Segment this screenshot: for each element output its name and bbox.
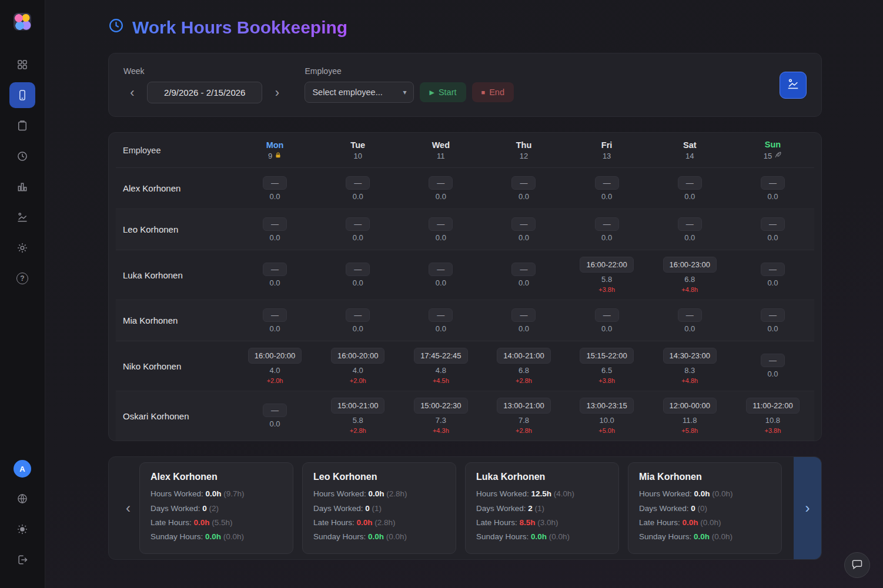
time-range-chip[interactable]: 15:00-22:30 bbox=[414, 398, 467, 414]
day-cell: 16:00-22:005.8+3.8h bbox=[566, 257, 648, 293]
empty-shift-chip[interactable]: — bbox=[678, 308, 702, 322]
sidebar: ? A bbox=[0, 0, 45, 588]
empty-shift-chip[interactable]: — bbox=[429, 308, 453, 322]
week-range-value[interactable]: 2/9/2026 - 2/15/2026 bbox=[147, 82, 262, 103]
start-button[interactable]: ▶ Start bbox=[420, 82, 466, 102]
empty-shift-chip[interactable]: — bbox=[346, 176, 370, 190]
stat-paren-value: (0) bbox=[695, 504, 707, 513]
sidebar-item-trends[interactable] bbox=[9, 204, 35, 230]
play-icon: ▶ bbox=[429, 89, 434, 96]
sidebar-item-dashboard[interactable] bbox=[9, 52, 35, 78]
trends-shortcut-button[interactable] bbox=[780, 72, 807, 99]
empty-shift-chip[interactable]: — bbox=[761, 308, 785, 322]
empty-shift-chip[interactable]: — bbox=[346, 263, 370, 276]
stat-value: 0.0h bbox=[369, 489, 384, 498]
empty-shift-chip[interactable]: — bbox=[263, 308, 287, 322]
empty-shift-chip[interactable]: — bbox=[429, 217, 453, 231]
stat-label: Days Worked: bbox=[639, 504, 691, 513]
stat-value: 0.0h bbox=[206, 489, 222, 498]
summary-card: Alex KorhonenHours Worked: 0.0h (9.7h)Da… bbox=[139, 462, 293, 553]
time-range-chip[interactable]: 14:30-23:00 bbox=[663, 348, 717, 364]
hours-value: 5.8 bbox=[601, 275, 612, 284]
sidebar-item-schedule[interactable] bbox=[9, 113, 35, 139]
day-date-number: 12 bbox=[520, 152, 528, 160]
time-range-chip[interactable]: 13:00-21:00 bbox=[497, 398, 550, 414]
empty-shift-chip[interactable]: — bbox=[761, 176, 785, 190]
empty-shift-chip[interactable]: — bbox=[511, 263, 536, 276]
stop-icon: ■ bbox=[481, 89, 486, 96]
end-button[interactable]: ■ End bbox=[472, 82, 514, 102]
sidebar-item-logout[interactable] bbox=[9, 547, 35, 573]
empty-shift-chip[interactable]: — bbox=[511, 308, 536, 322]
empty-shift-chip[interactable]: — bbox=[761, 354, 785, 367]
empty-shift-chip[interactable]: — bbox=[346, 217, 370, 231]
hours-value: 6.5 bbox=[601, 366, 612, 375]
summary-stat-line: Days Worked: 0 (0) bbox=[639, 502, 771, 516]
sidebar-item-theme[interactable] bbox=[9, 516, 35, 542]
sidebar-item-work-hours[interactable] bbox=[9, 143, 35, 169]
stat-label: Late Hours: bbox=[150, 518, 194, 527]
employee-name: Alex Korhonen bbox=[116, 183, 233, 193]
empty-shift-chip[interactable]: — bbox=[429, 263, 453, 276]
controls-panel: Week ‹ 2/9/2026 - 2/15/2026 › Employee S… bbox=[108, 53, 822, 117]
empty-shift-chip[interactable]: — bbox=[678, 217, 702, 231]
empty-shift-chip[interactable]: — bbox=[595, 217, 619, 231]
empty-shift-chip[interactable]: — bbox=[263, 217, 287, 231]
empty-shift-chip[interactable]: — bbox=[263, 404, 287, 417]
time-range-chip[interactable]: 14:00-21:00 bbox=[497, 348, 550, 364]
summary-stat-line: Sunday Hours: 0.0h (0.0h) bbox=[313, 530, 445, 544]
chat-bubble-icon bbox=[851, 559, 863, 572]
summary-next-button[interactable]: › bbox=[794, 457, 821, 559]
time-range-chip[interactable]: 16:00-20:00 bbox=[248, 348, 302, 364]
empty-shift-chip[interactable]: — bbox=[761, 217, 785, 231]
main-content: Work Hours Bookkeeping Week ‹ 2/9/2026 -… bbox=[45, 0, 883, 588]
chat-fab-button[interactable] bbox=[844, 552, 870, 578]
empty-shift-chip[interactable]: — bbox=[595, 176, 619, 190]
user-avatar[interactable]: A bbox=[14, 460, 31, 478]
week-next-button[interactable]: › bbox=[268, 83, 286, 103]
sidebar-item-help[interactable]: ? bbox=[9, 266, 35, 291]
time-range-chip[interactable]: 17:45-22:45 bbox=[414, 348, 467, 364]
day-cell: —0.0 bbox=[233, 308, 316, 333]
time-range-chip[interactable]: 16:00-22:00 bbox=[580, 257, 633, 273]
employee-select[interactable]: Select employee... ▾ bbox=[305, 82, 414, 103]
table-body: Alex Korhonen—0.0—0.0—0.0—0.0—0.0—0.0—0.… bbox=[116, 168, 814, 441]
day-cell: 14:30-23:008.3+4.8h bbox=[648, 348, 731, 384]
app-logo[interactable] bbox=[14, 13, 31, 31]
time-range-chip[interactable]: 16:00-20:00 bbox=[331, 348, 384, 364]
summary-employee-name: Mia Korhonen bbox=[639, 472, 771, 482]
empty-shift-chip[interactable]: — bbox=[595, 308, 619, 322]
time-range-chip[interactable]: 15:15-22:00 bbox=[580, 348, 633, 364]
day-cell: —0.0 bbox=[233, 263, 316, 287]
empty-shift-chip[interactable]: — bbox=[761, 263, 785, 276]
day-date-number: 14 bbox=[685, 152, 694, 160]
time-range-chip[interactable]: 12:00-00:00 bbox=[663, 398, 717, 414]
hours-value: 0.0 bbox=[601, 192, 612, 201]
empty-shift-chip[interactable]: — bbox=[511, 176, 536, 190]
time-range-chip[interactable]: 13:00-23:15 bbox=[580, 398, 633, 414]
empty-shift-chip[interactable]: — bbox=[263, 176, 287, 190]
time-range-chip[interactable]: 16:00-23:00 bbox=[663, 257, 717, 273]
sidebar-item-statistics[interactable] bbox=[9, 174, 35, 200]
sidebar-item-language[interactable] bbox=[9, 486, 35, 512]
empty-shift-chip[interactable]: — bbox=[678, 176, 702, 190]
week-prev-button[interactable]: ‹ bbox=[123, 83, 141, 103]
day-cell: 13:00-21:007.8+2.8h bbox=[482, 398, 565, 434]
stat-paren-value: (0.0h) bbox=[710, 489, 733, 498]
hours-value: 0.0 bbox=[767, 369, 778, 378]
time-range-chip[interactable]: 15:00-21:00 bbox=[331, 398, 384, 414]
globe-language-icon bbox=[16, 493, 28, 505]
summary-prev-button[interactable]: ‹ bbox=[117, 493, 139, 523]
sidebar-item-settings[interactable] bbox=[9, 235, 35, 261]
hours-table: Employee Mon9Tue10Wed11Thu12Fri13Sat14Su… bbox=[108, 132, 822, 441]
empty-shift-chip[interactable]: — bbox=[263, 263, 287, 276]
sidebar-item-bookkeeping[interactable] bbox=[9, 82, 35, 108]
empty-shift-chip[interactable]: — bbox=[346, 308, 370, 322]
summary-employee-name: Alex Korhonen bbox=[150, 472, 282, 482]
summary-card: Mia KorhonenHours Worked: 0.0h (0.0h)Day… bbox=[628, 462, 782, 553]
empty-shift-chip[interactable]: — bbox=[429, 176, 453, 190]
empty-shift-chip[interactable]: — bbox=[511, 217, 536, 231]
day-cell: —0.0 bbox=[648, 176, 731, 201]
time-range-chip[interactable]: 11:00-22:00 bbox=[746, 398, 799, 414]
day-cell: —0.0 bbox=[648, 217, 731, 242]
